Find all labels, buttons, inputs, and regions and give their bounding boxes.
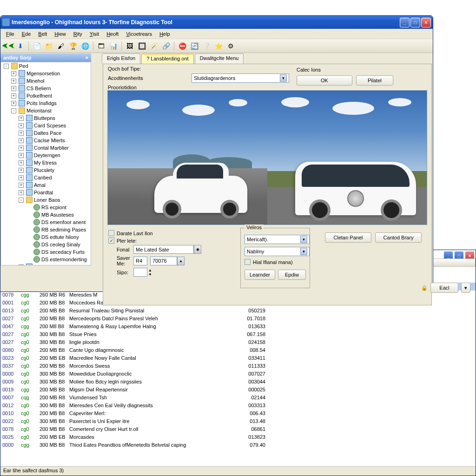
- tree-item[interactable]: +My Etress: [1, 159, 91, 166]
- close-button[interactable]: ×: [421, 18, 431, 27]
- saver-spin-icon[interactable]: ▲: [177, 257, 185, 265]
- tree-item[interactable]: +Canbed: [1, 174, 91, 181]
- tab[interactable]: Dwalitgclte Menu: [195, 53, 244, 64]
- tb-help-icon[interactable]: ❔: [201, 41, 212, 51]
- table-row[interactable]: 0080cg0200 MB B8Cante Ugo dilagrmnosic00…: [0, 346, 476, 354]
- table-row[interactable]: 0010cg0200 MB B8Capevriter Merl:006.43: [0, 409, 476, 417]
- cletan-button[interactable]: Cletan Panel: [325, 232, 371, 243]
- tree-expand-icon[interactable]: +: [19, 160, 24, 165]
- tb-brush-icon[interactable]: 🖌: [56, 41, 66, 51]
- accord-combo[interactable]: Slutidiagrardenors ▼: [192, 73, 289, 83]
- tb-gear-icon[interactable]: ⚙: [225, 41, 236, 51]
- tree-close-icon[interactable]: ×: [86, 55, 88, 60]
- tree-item[interactable]: RS ecpiont: [1, 204, 91, 211]
- table-row[interactable]: 0027cg0200 MB B8Mercedeoprts Datcl Pains…: [0, 314, 476, 322]
- tree-item[interactable]: -Ped: [1, 62, 91, 70]
- tree-expand-icon[interactable]: +: [11, 86, 16, 91]
- ok-button[interactable]: OK: [297, 75, 352, 86]
- darate-checkbox[interactable]: Darate Lavt Ilon: [108, 230, 229, 236]
- table-row[interactable]: 0019cgg200 MB B8Migsm Dwl Reapertennsir0…: [0, 385, 476, 393]
- saver-input-1[interactable]: R4: [133, 257, 147, 265]
- menu-ede[interactable]: Ede: [18, 30, 35, 38]
- tree-expand-icon[interactable]: +: [11, 71, 16, 76]
- nav-down-icon[interactable]: ⬇: [15, 41, 26, 51]
- tree-panel[interactable]: -Ped+Mgensorsetion+Minehol+CS Beliern+Po…: [0, 62, 91, 265]
- tb-stop-icon[interactable]: ⛔: [177, 41, 187, 51]
- table-row[interactable]: 0025cg0200 MB EBMorcasdes013823: [0, 433, 476, 441]
- tree-item[interactable]: +Bluttepns: [1, 114, 91, 122]
- tree-expand-icon[interactable]: -: [4, 64, 9, 69]
- tree-expand-icon[interactable]: +: [19, 183, 24, 188]
- table-row[interactable]: 0047cgg200 M8 B8Mameatenng & Rasy Lapemf…: [0, 322, 476, 330]
- tree-item[interactable]: -Loner Baos: [1, 196, 91, 204]
- minimize-button[interactable]: _: [400, 18, 410, 27]
- tree-item[interactable]: MB Asusteses: [1, 211, 91, 218]
- tree-expand-icon[interactable]: +: [19, 190, 24, 195]
- table-row[interactable]: 0009cg0300 MB B8Moliee floo Bdcy legln n…: [0, 377, 476, 385]
- hial-checkbox[interactable]: Hial Ifianal mana): [245, 259, 306, 265]
- cantod-button[interactable]: Cantod Brary: [375, 232, 422, 243]
- table-row[interactable]: 0037cg0200 MB B8Morcerdos Swess011333: [0, 362, 476, 370]
- tree-item[interactable]: +Potkelfnent: [1, 92, 91, 99]
- epdiw-button[interactable]: Epdiw: [278, 270, 306, 280]
- table-row[interactable]: 0027cg0300 MB B8Stsue Pnies067.158: [0, 330, 476, 338]
- menu-rity[interactable]: Rity: [70, 30, 86, 38]
- tree-item[interactable]: +Poardtal: [1, 189, 91, 196]
- menu-hiew[interactable]: Hiew: [51, 30, 69, 38]
- tree-item[interactable]: +Daltes Pace: [1, 129, 91, 137]
- tree-item[interactable]: +Amal: [1, 181, 91, 189]
- table-row[interactable]: 0007cqg200 MB R8Viumdensed Tsh02144: [0, 393, 476, 401]
- saver-input-2[interactable]: 70076: [150, 257, 177, 265]
- veltros-combo-2[interactable]: Nablmy▼: [245, 247, 310, 256]
- pler-checkbox[interactable]: ✓Pler lete:: [108, 238, 229, 244]
- tree-item[interactable]: +Plucslety: [1, 166, 91, 174]
- menu-yisit[interactable]: Yisit: [86, 30, 103, 38]
- sign-input[interactable]: [133, 268, 147, 277]
- tree-expand-icon[interactable]: +: [11, 93, 16, 99]
- tree-expand-icon[interactable]: -: [11, 108, 16, 113]
- tree-expand-icon[interactable]: +: [19, 264, 24, 266]
- tree-item[interactable]: RB sediming Pases: [1, 226, 91, 233]
- menu-belt[interactable]: Belt: [34, 30, 51, 38]
- tb-view2-icon[interactable]: 🔲: [137, 41, 147, 51]
- tree-item[interactable]: +CS Beliern: [1, 85, 91, 92]
- table-row[interactable]: 0078cg0200 MB B8Comertend cry Oiser Hurt…: [0, 425, 476, 433]
- fonal-input[interactable]: Me Lated Sate: [133, 245, 194, 254]
- table-row[interactable]: 0027cg0380 MB B8lingle plootdn024158: [0, 338, 476, 346]
- tree-item[interactable]: -Meiontanst: [1, 107, 91, 114]
- menu-file[interactable]: File: [2, 30, 18, 38]
- tree-expand-icon[interactable]: +: [11, 101, 16, 106]
- tree-item[interactable]: DS emenfoor anent: [1, 218, 91, 226]
- tb-globe-icon[interactable]: 🌐: [80, 41, 90, 51]
- tree-expand-icon[interactable]: +: [19, 168, 24, 173]
- tree-item[interactable]: +Mgensorsetion: [1, 70, 91, 77]
- tree-expand-icon[interactable]: +: [19, 138, 24, 143]
- nav-back-icon[interactable]: ⮜⮜: [3, 41, 13, 51]
- tb-doc-icon[interactable]: 📄: [32, 41, 42, 51]
- table-row[interactable]: 0012cg0300 MB B8Mieresdes Cen Eal Veilly…: [0, 401, 476, 409]
- veltros-combo-1[interactable]: Mericaft).▼: [245, 235, 310, 244]
- title-bar[interactable]: Imerdesonglio - Ohigihnad Iovurs 3- Tfor…: [0, 16, 433, 29]
- eacl-button[interactable]: Eacl: [430, 283, 458, 293]
- tree-item[interactable]: +Pcits Insfidgs: [1, 99, 91, 107]
- tree-expand-icon[interactable]: +: [19, 175, 24, 180]
- tree-expand-icon[interactable]: +: [19, 153, 24, 158]
- tree-item[interactable]: +Contal Marblier: [1, 144, 91, 152]
- tree-item[interactable]: +6) Marflen (Tesmis: [1, 263, 91, 265]
- pilatel-button[interactable]: Pilatel: [356, 75, 393, 86]
- fonal-picker-icon[interactable]: ◉: [194, 245, 201, 254]
- tree-item[interactable]: +Deyterngen: [1, 152, 91, 159]
- table-row[interactable]: 0023cg0200 MB EBMacredlee Nowy Falle Can…: [0, 354, 476, 362]
- table-row[interactable]: 0000cg0300 MB B8Mowedidue Duoliaprgnocli…: [0, 370, 476, 377]
- combo-arrow-icon[interactable]: ▼: [280, 74, 287, 82]
- tree-expand-icon[interactable]: +: [11, 79, 16, 84]
- tree-item[interactable]: +Minehol: [1, 77, 91, 85]
- tree-expand-icon[interactable]: -: [19, 198, 24, 203]
- tab[interactable]: ? Lansblerding ont: [141, 53, 194, 64]
- tree-item[interactable]: +Caclse Mlerts: [1, 137, 91, 144]
- tab[interactable]: Erigls Eisfon: [102, 53, 140, 64]
- maximize-button[interactable]: □: [410, 18, 420, 27]
- tb-window-icon[interactable]: 🗔: [96, 41, 106, 51]
- table-row[interactable]: 0013cg0200 MB B8Resurnal Tnaleau Siting …: [0, 306, 476, 314]
- tb-chart-icon[interactable]: 📊: [108, 41, 119, 51]
